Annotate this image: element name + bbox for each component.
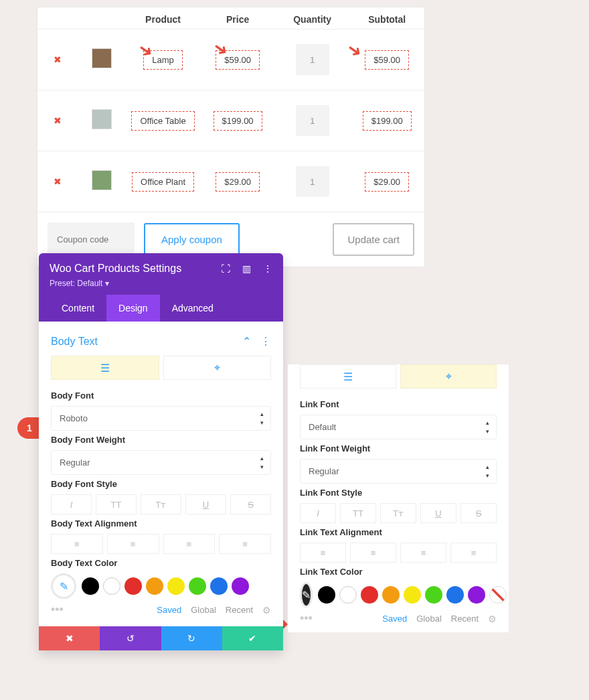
remove-button[interactable]: ✖: [37, 29, 78, 90]
product-subtotal: $199.00: [363, 111, 412, 131]
col-price: Price: [200, 7, 275, 29]
table-row: ✖Lamp$59.00$59.00: [37, 29, 424, 90]
remove-button[interactable]: ✖: [37, 151, 78, 212]
col-product: Product: [126, 7, 201, 29]
product-name[interactable]: Office Table: [131, 111, 194, 131]
product-subtotal: $29.00: [365, 172, 409, 192]
remove-button[interactable]: ✖: [37, 90, 78, 151]
qty-input[interactable]: [296, 166, 329, 197]
table-row: ✖Office Plant$29.00$29.00: [37, 151, 424, 212]
col-qty: Quantity: [275, 7, 350, 29]
product-name[interactable]: Office Plant: [132, 172, 194, 192]
columns-icon[interactable]: ▥: [242, 263, 251, 267]
table-row: ✖Office Table$199.00$199.00: [37, 90, 424, 151]
product-price: $29.00: [216, 172, 260, 192]
product-thumb[interactable]: [92, 48, 112, 68]
product-price: $199.00: [214, 111, 262, 131]
apply-coupon-button[interactable]: Apply coupon: [144, 223, 240, 256]
product-subtotal: $59.00: [365, 50, 409, 70]
update-cart-button[interactable]: Update cart: [333, 223, 414, 256]
coupon-input[interactable]: [48, 222, 135, 257]
menu-icon[interactable]: ⋮: [263, 263, 272, 267]
product-thumb[interactable]: [92, 109, 112, 129]
settings-panel: Woo Cart Products Settings ⛶ ▥ ⋮ Preset:…: [39, 253, 283, 267]
product-thumb[interactable]: [92, 170, 112, 190]
panel-title: Woo Cart Products Settings: [50, 263, 181, 267]
qty-input[interactable]: [296, 105, 329, 136]
expand-icon[interactable]: ⛶: [221, 263, 230, 267]
qty-input[interactable]: [296, 44, 329, 75]
col-subtotal: Subtotal: [349, 7, 424, 29]
